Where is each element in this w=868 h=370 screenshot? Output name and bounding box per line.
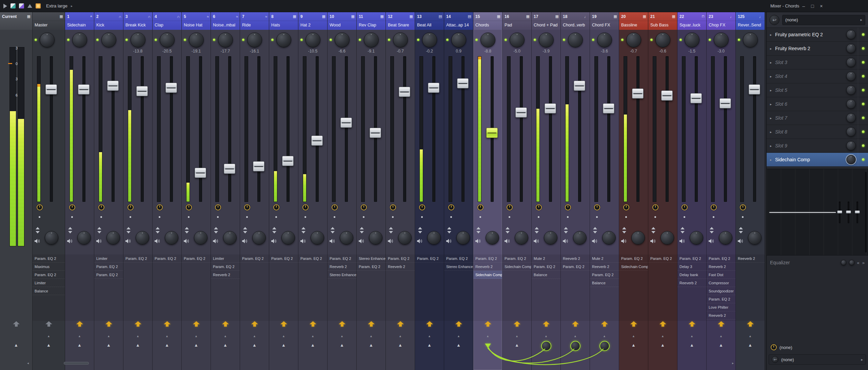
fader-track[interactable] — [549, 56, 552, 202]
volume-fader[interactable] — [515, 107, 527, 118]
up-arrow-icon[interactable] — [27, 4, 32, 8]
clock-icon[interactable] — [69, 204, 75, 210]
plugin-slot-label[interactable]: Stereo Enhancer — [328, 271, 356, 279]
track-header[interactable]: 12▦Beat Snare — [386, 12, 415, 30]
send-switch-small-icon[interactable]: ▲ — [65, 334, 94, 338]
clock-icon[interactable] — [565, 204, 571, 210]
speaker-icon[interactable] — [679, 239, 685, 244]
pan-knob[interactable] — [393, 33, 408, 47]
plugin-slot-label[interactable]: Reeverb 2 — [736, 254, 765, 263]
volume-fader[interactable] — [719, 98, 731, 108]
plugin-slot-label[interactable]: Sidechain Comp — [473, 271, 502, 279]
track-header[interactable]: 9▦Hat 2 — [298, 12, 327, 30]
plugin-slot-label[interactable]: Param. EQ 2 — [473, 254, 502, 263]
track-header[interactable]: 14▤Attac..ap 14 — [444, 12, 473, 30]
close-button[interactable]: × — [817, 3, 826, 9]
plugin-slot-label[interactable]: Compressor — [707, 279, 735, 287]
plugin-slot-1[interactable]: ▸Fruity parametric EQ 2 — [767, 28, 868, 42]
plugin-slot-label[interactable]: Param. EQ 2 — [123, 254, 152, 263]
route-to-master-switch[interactable] — [76, 321, 83, 327]
plugin-slot-label[interactable]: Reeverb 2 — [590, 263, 619, 271]
send-switch-small-icon[interactable]: ▲ — [502, 334, 531, 338]
pan-knob[interactable] — [160, 33, 175, 47]
track-enable-led[interactable] — [446, 39, 449, 41]
phase-invert-icon[interactable] — [505, 227, 510, 233]
track-enable-led[interactable] — [125, 39, 128, 41]
clock-icon[interactable] — [37, 204, 43, 210]
track-enable-led[interactable] — [96, 39, 99, 41]
volume-fader[interactable] — [282, 156, 294, 166]
fader-track[interactable] — [520, 56, 523, 202]
route-to-master-switch[interactable] — [747, 321, 754, 327]
route-to-master-switch[interactable] — [13, 321, 20, 327]
fader-track[interactable] — [753, 56, 756, 202]
plugin-slot-label[interactable]: Mute 2 — [532, 254, 560, 263]
scroll-left-icon[interactable]: ◂ — [27, 361, 29, 365]
route-to-master-switch[interactable] — [601, 321, 608, 327]
audio-input-select[interactable]: (none) ▸ — [782, 15, 865, 25]
pan-knob[interactable] — [101, 33, 116, 47]
speaker-icon[interactable] — [242, 239, 248, 244]
plugin-slot-label[interactable]: Reeverb 2 — [707, 311, 735, 320]
slot-enable-led[interactable] — [862, 130, 865, 133]
send-switch-small-icon[interactable]: ▲ — [94, 334, 123, 338]
send-switch-icon[interactable]: ▲ — [94, 343, 123, 348]
send-switch-icon[interactable]: ▲ — [240, 343, 269, 348]
stereo-separation-knob[interactable] — [573, 231, 587, 245]
slot-enable-led[interactable] — [862, 158, 865, 161]
track-header[interactable]: ▦Master — [33, 12, 65, 30]
speaker-icon[interactable] — [446, 239, 452, 244]
plugin-slot-label[interactable]: Param. EQ 2 — [33, 271, 65, 279]
track-header[interactable]: 16▦Pad — [502, 12, 531, 30]
track-header[interactable]: 6≈Noise..mbal — [211, 12, 240, 30]
scroll-right-icon[interactable]: ▸ — [732, 361, 734, 365]
track-header[interactable]: 18♩Chord..verb — [561, 12, 590, 30]
stereo-separation-knob[interactable] — [252, 231, 266, 245]
clock-icon[interactable] — [186, 204, 192, 210]
track-enable-led[interactable] — [621, 39, 624, 41]
slot-mix-knob[interactable] — [846, 113, 856, 123]
stereo-separation-knob[interactable] — [223, 231, 237, 245]
fader-track[interactable] — [170, 56, 173, 202]
plugin-slot-label[interactable]: Param. EQ 2 — [357, 263, 386, 271]
track-header[interactable]: 23♩Chop FX — [707, 12, 735, 30]
route-to-master-switch[interactable] — [251, 321, 258, 327]
speaker-icon[interactable] — [358, 239, 364, 244]
stereo-separation-knob[interactable] — [719, 231, 732, 245]
stereo-separation-knob[interactable] — [660, 231, 674, 245]
plugin-slot-7[interactable]: ▸Slot 7 — [767, 111, 868, 125]
clock-icon[interactable] — [682, 204, 688, 210]
track-header[interactable]: 8▦Hats — [269, 12, 298, 30]
send-switch-icon[interactable]: ▲ — [415, 343, 444, 348]
stereo-separation-knob[interactable] — [602, 231, 616, 245]
route-to-master-switch[interactable] — [718, 321, 725, 327]
volume-fader[interactable] — [370, 128, 381, 138]
phase-invert-icon[interactable] — [680, 227, 685, 233]
volume-fader[interactable] — [661, 90, 673, 101]
send-switch-small-icon[interactable]: ▲ — [123, 334, 152, 338]
record-arm-dot[interactable] — [39, 216, 40, 218]
send-switch-icon[interactable]: ▲ — [65, 343, 94, 348]
volume-fader[interactable] — [136, 86, 148, 96]
track-enable-led[interactable] — [417, 39, 419, 41]
fader-track[interactable] — [199, 56, 202, 202]
record-arm-dot[interactable] — [159, 216, 160, 218]
plugin-slot-label[interactable]: Reeverb 2 — [386, 263, 415, 271]
record-arm-dot[interactable] — [100, 216, 102, 218]
track-header[interactable]: 4∩Clap — [153, 12, 181, 30]
phase-invert-icon[interactable] — [622, 227, 627, 233]
route-to-master-switch[interactable] — [105, 321, 112, 327]
phase-invert-icon[interactable] — [184, 227, 189, 233]
slot-enable-led[interactable] — [862, 117, 865, 119]
route-to-master-switch[interactable] — [572, 321, 579, 327]
record-arm-dot[interactable] — [71, 216, 73, 218]
record-arm-dot[interactable] — [654, 216, 656, 218]
eq-next-button[interactable]: » — [862, 260, 865, 265]
plugin-slot-9[interactable]: ▸Slot 9 — [767, 139, 868, 153]
send-switch-small-icon[interactable]: ▲ — [707, 334, 735, 338]
pan-knob[interactable] — [480, 33, 495, 47]
plugin-slot-8[interactable]: ▸Slot 8 — [767, 125, 868, 139]
volume-fader[interactable] — [224, 164, 235, 174]
track-header[interactable]: 22⊓Squar..luck — [677, 12, 706, 30]
phase-invert-icon[interactable] — [564, 227, 568, 233]
